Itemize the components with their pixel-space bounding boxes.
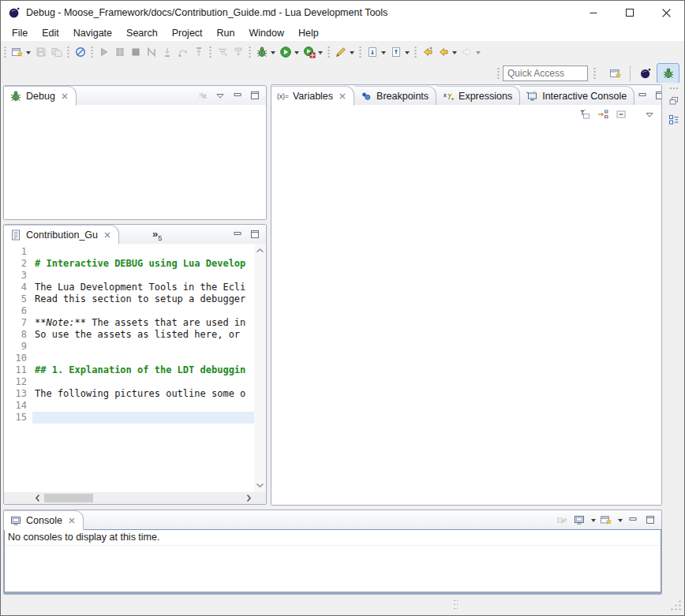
tab-expressions[interactable]: Expressions — [436, 86, 520, 105]
terminate-button[interactable] — [128, 43, 144, 61]
suspend-button[interactable] — [112, 43, 128, 61]
remove-all-terminated-button[interactable] — [195, 88, 211, 103]
display-selected-console-button[interactable] — [571, 513, 587, 527]
horizontal-scrollbar[interactable] — [32, 492, 254, 504]
minimize-button[interactable] — [230, 88, 245, 103]
window-minimize-button[interactable] — [575, 1, 612, 24]
outline-view-button[interactable] — [666, 113, 682, 127]
line-number[interactable]: 12 — [4, 376, 32, 388]
code-line[interactable] — [32, 341, 254, 353]
tab-console[interactable]: Console — [4, 510, 84, 530]
maximize-button[interactable] — [652, 88, 662, 103]
show-type-names-button[interactable] — [577, 107, 593, 121]
dropdown-arrow-icon[interactable] — [26, 51, 31, 57]
hidden-editors-indicator[interactable]: »5 — [152, 230, 162, 242]
open-console-button[interactable] — [598, 513, 614, 527]
window-maximize-button[interactable] — [612, 1, 648, 24]
save-all-button[interactable] — [49, 43, 65, 61]
dropdown-arrow-icon[interactable] — [381, 51, 386, 57]
line-number[interactable]: 11 — [4, 364, 32, 376]
tab-contribution-gu[interactable]: Contribution_Gu — [4, 225, 119, 245]
view-menu-button[interactable] — [212, 88, 228, 103]
code-line[interactable] — [32, 376, 254, 388]
line-number[interactable]: 2 — [4, 258, 32, 270]
line-number[interactable]: 14 — [4, 400, 32, 412]
code-line[interactable] — [32, 246, 254, 258]
menu-project[interactable]: Project — [165, 26, 210, 40]
menu-file[interactable]: File — [5, 26, 35, 40]
next-annotation-button[interactable] — [365, 43, 388, 61]
line-number[interactable]: 7 — [4, 317, 32, 329]
dropdown-arrow-icon[interactable] — [476, 51, 481, 57]
close-tab-icon[interactable] — [103, 231, 111, 239]
toolbar-grip[interactable] — [66, 46, 70, 58]
toolbar-grip[interactable] — [358, 46, 362, 58]
line-number[interactable]: 15 — [4, 412, 32, 424]
perspective-ldt-button[interactable] — [634, 63, 657, 84]
code-area[interactable]: # Interactive DEBUG using Lua DevelopThe… — [32, 244, 254, 492]
step-return-button[interactable] — [191, 43, 207, 61]
toolbar-grip[interactable] — [496, 67, 500, 80]
code-line[interactable] — [32, 412, 254, 424]
minimize-button[interactable] — [625, 513, 641, 527]
code-line[interactable] — [32, 305, 254, 317]
restore-views-button[interactable] — [666, 94, 682, 108]
external-tools-button[interactable] — [333, 43, 357, 61]
toolbar-grip[interactable] — [414, 46, 417, 58]
collapse-all-button[interactable] — [613, 107, 629, 121]
scroll-right-icon[interactable] — [245, 494, 252, 505]
code-line[interactable]: Read this section to setup a debugger — [32, 293, 254, 305]
last-edit-location-button[interactable] — [420, 43, 436, 61]
maximize-button[interactable] — [247, 88, 263, 103]
toolbar-grip[interactable] — [3, 46, 7, 58]
new-wizard-button[interactable] — [9, 43, 33, 61]
dropdown-arrow-icon[interactable] — [294, 51, 299, 57]
code-line[interactable]: The following pictures outline some o — [32, 388, 254, 400]
code-line[interactable] — [32, 400, 254, 412]
dropdown-arrow-icon[interactable] — [271, 51, 275, 57]
code-line[interactable]: # Interactive DEBUG using Lua Develop — [32, 258, 254, 270]
close-tab-icon[interactable] — [339, 92, 346, 100]
perspective-debug-button[interactable] — [657, 63, 679, 84]
line-number-ruler[interactable]: 123456789101112131415 — [4, 244, 32, 492]
line-number[interactable]: 4 — [4, 282, 32, 293]
line-number[interactable]: 5 — [4, 293, 32, 305]
line-number[interactable]: 9 — [4, 341, 32, 353]
line-number[interactable]: 1 — [4, 246, 32, 258]
dropdown-arrow-icon[interactable] — [318, 51, 323, 57]
menu-search[interactable]: Search — [119, 26, 165, 40]
line-number[interactable]: 13 — [4, 388, 32, 400]
dropdown-arrow-icon[interactable] — [452, 51, 457, 57]
minimize-button[interactable] — [634, 88, 650, 103]
step-into-button[interactable] — [159, 43, 175, 61]
toolbar-grip[interactable] — [90, 46, 94, 58]
dropdown-arrow-icon[interactable] — [618, 519, 623, 525]
menu-window[interactable]: Window — [242, 26, 291, 40]
view-menu-button[interactable] — [642, 107, 657, 121]
pin-console-button[interactable] — [554, 513, 570, 527]
tab-variables[interactable]: (x)=Variables — [271, 86, 354, 106]
resume-button[interactable] — [96, 43, 112, 61]
line-number[interactable]: 8 — [4, 329, 32, 341]
vertical-scrollbar[interactable] — [254, 244, 266, 492]
toolbar-grip[interactable] — [248, 46, 252, 58]
use-step-filters-button[interactable] — [215, 43, 230, 61]
dropdown-arrow-icon[interactable] — [591, 519, 596, 525]
scrollbar-thumb[interactable] — [44, 494, 93, 502]
maximize-button[interactable] — [642, 513, 658, 527]
code-line[interactable]: **Note:** The assets that are used in — [32, 317, 254, 329]
previous-annotation-button[interactable] — [388, 43, 412, 61]
run-button[interactable] — [278, 43, 301, 61]
drop-to-frame-button[interactable] — [230, 43, 246, 61]
dropdown-arrow-icon[interactable] — [350, 51, 354, 57]
window-resize-grip[interactable] — [671, 600, 682, 614]
code-line[interactable] — [32, 270, 254, 282]
close-tab-icon[interactable] — [61, 92, 69, 100]
quick-access-input[interactable] — [503, 65, 588, 81]
scroll-up-icon[interactable] — [256, 245, 264, 256]
tab-debug[interactable]: Debug — [4, 86, 77, 106]
statusbar-drag-handle[interactable] — [453, 599, 458, 611]
code-line[interactable]: So use the assets as listed here, or — [32, 329, 254, 341]
scroll-left-icon[interactable] — [35, 494, 41, 505]
line-number[interactable]: 10 — [4, 353, 32, 364]
